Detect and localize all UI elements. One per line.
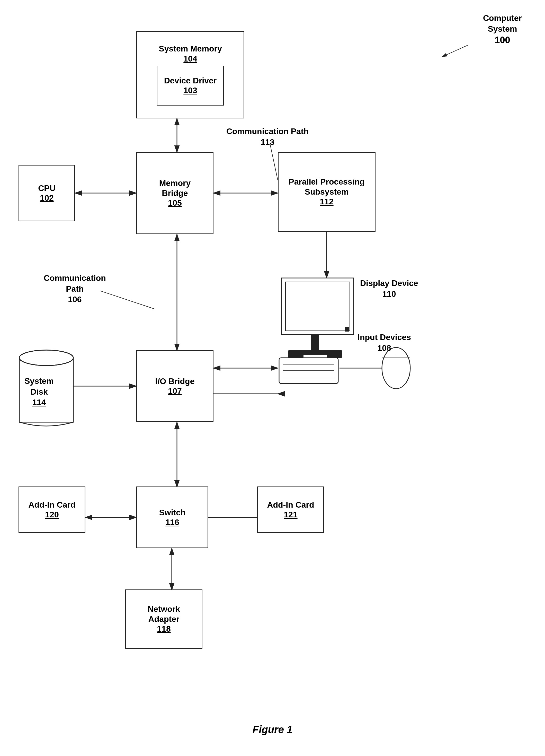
add-in-card-120-box: Add-In Card 120	[19, 486, 85, 533]
add-in-120-num: 120	[45, 510, 59, 519]
comm-path-106-text: Communication	[44, 273, 106, 283]
svg-rect-23	[311, 335, 319, 350]
computer-system-num: 100	[495, 35, 510, 45]
comm-path-106-text2: Path	[66, 284, 84, 293]
system-memory-num: 104	[183, 54, 197, 64]
system-memory-box: System Memory 104 Device Driver 103	[136, 31, 244, 118]
svg-rect-27	[345, 327, 349, 332]
add-in-121-num: 121	[284, 510, 297, 519]
network-adapter-box: NetworkAdapter 118	[125, 589, 203, 649]
switch-num: 116	[165, 517, 179, 527]
svg-point-20	[19, 350, 73, 366]
device-driver-num: 103	[183, 85, 197, 95]
comm-path-106-num: 106	[68, 295, 82, 304]
io-bridge-label: I/O Bridge	[155, 376, 195, 386]
svg-rect-25	[288, 354, 303, 358]
svg-line-17	[442, 45, 468, 57]
display-device-label: Display Device 110	[360, 278, 418, 299]
network-adapter-num: 118	[157, 624, 171, 634]
system-disk-text2: Disk	[30, 387, 48, 396]
diagram-arrows	[0, 0, 545, 756]
comm-path-113-text: Communication Path	[226, 127, 308, 136]
switch-label: Switch	[159, 508, 186, 517]
svg-rect-26	[327, 354, 342, 358]
memory-bridge-box: MemoryBridge 105	[136, 152, 214, 234]
add-in-card-121-box: Add-In Card 121	[257, 486, 324, 533]
svg-point-19	[19, 350, 73, 366]
io-bridge-box: I/O Bridge 107	[136, 350, 214, 422]
system-memory-label: System Memory	[159, 44, 222, 54]
display-device-text: Display Device	[360, 279, 418, 288]
comm-path-113-num: 113	[261, 137, 274, 147]
diagram: Computer System 100 System Memory 104 De…	[0, 0, 545, 756]
comm-path-113-label: Communication Path 113	[226, 126, 308, 147]
device-driver-label: Device Driver	[164, 76, 217, 85]
add-in-121-label: Add-In Card	[267, 500, 314, 510]
add-in-120-label: Add-In Card	[28, 500, 75, 510]
svg-rect-21	[281, 278, 354, 335]
svg-line-5	[270, 144, 278, 180]
input-devices-label: Input Devices 108	[357, 332, 411, 353]
input-devices-text: Input Devices	[357, 333, 411, 342]
cpu-label: CPU	[38, 183, 56, 193]
figure-label: Figure 1	[0, 724, 545, 735]
computer-system-text: Computer	[483, 13, 522, 23]
device-driver-box: Device Driver 103	[157, 66, 224, 106]
network-adapter-label: NetworkAdapter	[148, 604, 180, 624]
system-disk-num: 114	[32, 398, 46, 407]
system-disk-label: System Disk 114	[24, 376, 54, 408]
parallel-proc-num: 112	[320, 197, 333, 206]
svg-point-32	[382, 347, 410, 389]
cpu-num: 102	[40, 193, 54, 203]
svg-rect-22	[285, 282, 350, 331]
comm-path-106-label: Communication Path 106	[44, 273, 106, 305]
input-devices-num: 108	[377, 343, 391, 353]
cpu-box: CPU 102	[19, 165, 75, 221]
parallel-proc-label: Parallel ProcessingSubsystem	[288, 177, 364, 197]
system-disk-text: System	[24, 376, 54, 386]
svg-rect-24	[288, 350, 342, 355]
memory-bridge-num: 105	[168, 198, 182, 208]
io-bridge-num: 107	[168, 386, 182, 396]
parallel-proc-box: Parallel ProcessingSubsystem 112	[278, 152, 375, 232]
memory-bridge-label: MemoryBridge	[159, 178, 191, 198]
switch-box: Switch 116	[136, 486, 208, 548]
svg-rect-28	[279, 358, 338, 384]
computer-system-text2: System	[488, 24, 517, 33]
svg-line-7	[100, 291, 154, 309]
computer-system-label: Computer System 100	[483, 13, 522, 46]
display-device-num: 110	[382, 289, 396, 299]
